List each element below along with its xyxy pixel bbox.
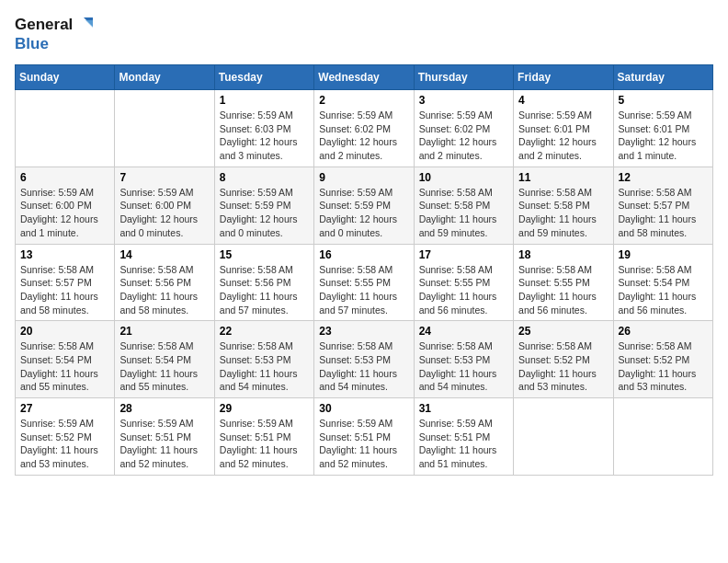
calendar-week-row: 6Sunrise: 5:59 AM Sunset: 6:00 PM Daylig… [16,167,713,244]
day-info: Sunrise: 5:59 AM Sunset: 5:51 PM Dayligh… [419,417,508,471]
calendar-cell: 16Sunrise: 5:58 AM Sunset: 5:55 PM Dayli… [314,244,414,321]
day-number: 29 [220,402,309,415]
svg-marker-1 [85,20,93,28]
day-info: Sunrise: 5:59 AM Sunset: 6:02 PM Dayligh… [319,109,408,163]
day-number: 5 [619,94,708,107]
calendar-table: SundayMondayTuesdayWednesdayThursdayFrid… [15,64,713,476]
day-number: 17 [419,248,508,261]
weekday-header-friday: Friday [514,65,613,90]
weekday-header-wednesday: Wednesday [314,65,414,90]
day-info: Sunrise: 5:58 AM Sunset: 5:58 PM Dayligh… [419,186,508,240]
calendar-cell: 22Sunrise: 5:58 AM Sunset: 5:53 PM Dayli… [214,321,313,398]
calendar-cell [115,90,214,167]
calendar-cell: 5Sunrise: 5:59 AM Sunset: 6:01 PM Daylig… [613,90,712,167]
day-info: Sunrise: 5:58 AM Sunset: 5:54 PM Dayligh… [20,339,109,394]
calendar-cell: 12Sunrise: 5:58 AM Sunset: 5:57 PM Dayli… [613,167,712,244]
calendar-cell: 19Sunrise: 5:58 AM Sunset: 5:54 PM Dayli… [613,244,712,321]
weekday-header-row: SundayMondayTuesdayWednesdayThursdayFrid… [16,65,713,90]
day-info: Sunrise: 5:58 AM Sunset: 5:54 PM Dayligh… [619,263,708,317]
weekday-header-saturday: Saturday [613,65,712,90]
calendar-cell: 3Sunrise: 5:59 AM Sunset: 6:02 PM Daylig… [414,90,513,167]
day-number: 12 [619,171,708,184]
day-info: Sunrise: 5:58 AM Sunset: 5:53 PM Dayligh… [419,339,508,394]
weekday-header-tuesday: Tuesday [214,65,313,90]
calendar-week-row: 1Sunrise: 5:59 AM Sunset: 6:03 PM Daylig… [16,90,713,167]
day-number: 21 [119,325,209,338]
calendar-cell: 4Sunrise: 5:59 AM Sunset: 6:01 PM Daylig… [514,90,613,167]
day-number: 19 [619,248,708,261]
day-info: Sunrise: 5:59 AM Sunset: 5:51 PM Dayligh… [319,417,408,471]
calendar-week-row: 27Sunrise: 5:59 AM Sunset: 5:52 PM Dayli… [16,398,713,476]
day-number: 11 [518,171,608,184]
calendar-cell: 21Sunrise: 5:58 AM Sunset: 5:54 PM Dayli… [115,321,214,398]
day-info: Sunrise: 5:58 AM Sunset: 5:56 PM Dayligh… [220,263,309,317]
calendar-cell: 2Sunrise: 5:59 AM Sunset: 6:02 PM Daylig… [314,90,414,167]
calendar-cell: 17Sunrise: 5:58 AM Sunset: 5:55 PM Dayli… [414,244,513,321]
day-number: 1 [220,94,309,107]
day-number: 9 [319,171,408,184]
day-number: 4 [518,94,608,107]
page-header: General Blue [15,15,713,53]
day-info: Sunrise: 5:59 AM Sunset: 6:01 PM Dayligh… [518,109,608,163]
calendar-cell: 8Sunrise: 5:59 AM Sunset: 5:59 PM Daylig… [214,167,313,244]
weekday-header-sunday: Sunday [16,65,115,90]
day-number: 24 [419,325,508,338]
day-info: Sunrise: 5:58 AM Sunset: 5:52 PM Dayligh… [619,339,708,394]
day-info: Sunrise: 5:59 AM Sunset: 6:01 PM Dayligh… [619,109,708,163]
day-info: Sunrise: 5:59 AM Sunset: 5:52 PM Dayligh… [20,417,109,471]
day-number: 18 [518,248,608,261]
day-info: Sunrise: 5:59 AM Sunset: 6:00 PM Dayligh… [20,186,109,240]
day-number: 27 [20,402,109,415]
day-info: Sunrise: 5:58 AM Sunset: 5:55 PM Dayligh… [319,263,408,317]
day-number: 10 [419,171,508,184]
calendar-week-row: 13Sunrise: 5:58 AM Sunset: 5:57 PM Dayli… [16,244,713,321]
day-number: 23 [319,325,408,338]
day-number: 7 [119,171,209,184]
day-info: Sunrise: 5:58 AM Sunset: 5:52 PM Dayligh… [518,339,608,394]
calendar-cell [514,398,613,476]
day-info: Sunrise: 5:59 AM Sunset: 6:00 PM Dayligh… [119,186,209,240]
day-info: Sunrise: 5:58 AM Sunset: 5:53 PM Dayligh… [220,339,309,394]
calendar-cell: 10Sunrise: 5:58 AM Sunset: 5:58 PM Dayli… [414,167,513,244]
day-info: Sunrise: 5:58 AM Sunset: 5:57 PM Dayligh… [20,263,109,317]
day-number: 3 [419,94,508,107]
weekday-header-monday: Monday [115,65,214,90]
day-number: 26 [619,325,708,338]
calendar-cell: 13Sunrise: 5:58 AM Sunset: 5:57 PM Dayli… [16,244,115,321]
day-number: 15 [220,248,309,261]
logo-text: General Blue [15,15,95,53]
calendar-cell: 25Sunrise: 5:58 AM Sunset: 5:52 PM Dayli… [514,321,613,398]
calendar-cell: 6Sunrise: 5:59 AM Sunset: 6:00 PM Daylig… [16,167,115,244]
calendar-cell: 11Sunrise: 5:58 AM Sunset: 5:58 PM Dayli… [514,167,613,244]
day-info: Sunrise: 5:58 AM Sunset: 5:55 PM Dayligh… [518,263,608,317]
calendar-cell: 1Sunrise: 5:59 AM Sunset: 6:03 PM Daylig… [214,90,313,167]
day-info: Sunrise: 5:59 AM Sunset: 5:59 PM Dayligh… [319,186,408,240]
day-info: Sunrise: 5:58 AM Sunset: 5:58 PM Dayligh… [518,186,608,240]
day-info: Sunrise: 5:59 AM Sunset: 6:02 PM Dayligh… [419,109,508,163]
calendar-cell: 14Sunrise: 5:58 AM Sunset: 5:56 PM Dayli… [115,244,214,321]
day-number: 28 [119,402,209,415]
day-info: Sunrise: 5:59 AM Sunset: 6:03 PM Dayligh… [220,109,309,163]
day-number: 30 [319,402,408,415]
logo: General Blue [15,15,95,53]
calendar-cell [613,398,712,476]
calendar-cell: 20Sunrise: 5:58 AM Sunset: 5:54 PM Dayli… [16,321,115,398]
logo-bird-icon [74,15,95,35]
day-info: Sunrise: 5:58 AM Sunset: 5:55 PM Dayligh… [419,263,508,317]
calendar-cell: 30Sunrise: 5:59 AM Sunset: 5:51 PM Dayli… [314,398,414,476]
calendar-cell: 26Sunrise: 5:58 AM Sunset: 5:52 PM Dayli… [613,321,712,398]
calendar-cell [16,90,115,167]
day-info: Sunrise: 5:59 AM Sunset: 5:59 PM Dayligh… [220,186,309,240]
day-number: 20 [20,325,109,338]
calendar-cell: 31Sunrise: 5:59 AM Sunset: 5:51 PM Dayli… [414,398,513,476]
day-number: 13 [20,248,109,261]
calendar-cell: 23Sunrise: 5:58 AM Sunset: 5:53 PM Dayli… [314,321,414,398]
calendar-cell: 24Sunrise: 5:58 AM Sunset: 5:53 PM Dayli… [414,321,513,398]
day-number: 14 [119,248,209,261]
weekday-header-thursday: Thursday [414,65,513,90]
calendar-cell: 9Sunrise: 5:59 AM Sunset: 5:59 PM Daylig… [314,167,414,244]
day-info: Sunrise: 5:58 AM Sunset: 5:54 PM Dayligh… [119,339,209,394]
calendar-cell: 7Sunrise: 5:59 AM Sunset: 6:00 PM Daylig… [115,167,214,244]
calendar-cell: 18Sunrise: 5:58 AM Sunset: 5:55 PM Dayli… [514,244,613,321]
calendar-cell: 28Sunrise: 5:59 AM Sunset: 5:51 PM Dayli… [115,398,214,476]
